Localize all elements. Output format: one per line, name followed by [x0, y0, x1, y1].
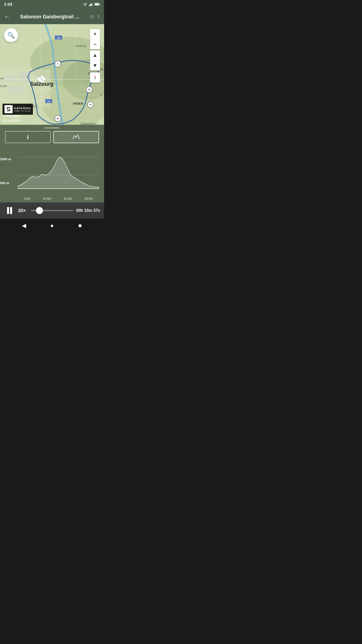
svg-text:150: 150	[47, 101, 51, 103]
svg-marker-44	[94, 75, 96, 77]
speed-slider[interactable]	[31, 210, 73, 211]
info-icon: ℹ	[27, 134, 29, 140]
km15-label: 15 km	[64, 197, 72, 200]
tilt-up-button[interactable]: ▲	[90, 50, 100, 60]
svg-text:20: 20	[57, 117, 59, 120]
km20-label: 20 km	[84, 197, 93, 200]
zoom-controls: + −	[90, 29, 100, 49]
svg-rect-14	[5, 74, 15, 82]
svg-point-0	[85, 5, 86, 6]
svg-rect-3	[91, 3, 92, 6]
info-tab-button[interactable]: ℹ	[5, 131, 51, 143]
tab-buttons: ℹ	[0, 131, 104, 143]
search-icon: 🔍	[7, 32, 15, 39]
playback-bar: 20× 00h 10m 37s	[0, 203, 104, 219]
nav-back-button[interactable]: ◀	[19, 220, 30, 231]
map-container: 158 150 5 10 15 20 Salzburg AIGEN Gaisbe…	[0, 24, 104, 125]
share-button[interactable]: ↑	[97, 13, 100, 20]
map-controls: + − ▲ ▼	[90, 29, 100, 83]
elevation-500-label: 500 m	[0, 181, 11, 185]
battery-icon	[95, 3, 100, 7]
svg-text:Glasenbach: Glasenbach	[80, 122, 97, 125]
zoom-in-button[interactable]: +	[90, 29, 100, 39]
status-icons	[83, 3, 100, 7]
nav-home-button[interactable]: ●	[47, 220, 58, 231]
favorite-button[interactable]: ☆	[89, 13, 94, 20]
page-title: Salomon Gaisbergtrail ...	[13, 14, 86, 20]
elevation-x-labels: 5 km 10 km 15 km 20 km	[18, 196, 99, 200]
mapbox-icon	[3, 119, 6, 122]
elevation-svg	[18, 147, 99, 195]
time-display: 00h 10m 37s	[76, 208, 100, 213]
tilt-controls: ▲ ▼	[90, 50, 100, 70]
map-attribution: >> RACEMAP mapbox	[3, 115, 21, 123]
mapbox-label: mapbox	[3, 118, 21, 123]
zoom-out-button[interactable]: −	[90, 39, 100, 49]
elevation-y-labels: 1000 m 500 m	[0, 147, 11, 203]
svg-point-41	[41, 80, 44, 83]
svg-rect-6	[95, 4, 99, 5]
elevation-chart: 1000 m 500 m 5 km 10 km 15 km	[0, 147, 104, 203]
svg-marker-45	[94, 77, 96, 79]
app-header: ← Salomon Gaisbergtrail ... ☆ ↑	[0, 9, 104, 24]
map-search-button[interactable]: 🔍	[4, 28, 18, 42]
pause-icon	[7, 207, 12, 214]
svg-text:15: 15	[89, 103, 92, 106]
bottom-panel: ℹ 1000 m 500 m	[0, 125, 104, 203]
salomon-s-icon	[6, 106, 11, 112]
signal-icon	[89, 3, 93, 7]
svg-text:5: 5	[57, 63, 58, 65]
status-time: 1:04	[4, 2, 12, 7]
svg-rect-7	[99, 4, 100, 5]
compass-button[interactable]	[90, 72, 100, 83]
drag-handle[interactable]	[0, 125, 104, 131]
svg-point-47	[4, 120, 5, 121]
map-background: 158 150 5 10 15 20 Salzburg AIGEN Gaisbe…	[0, 24, 104, 125]
svg-text:10: 10	[88, 88, 90, 91]
svg-text:G: G	[100, 93, 102, 96]
svg-rect-16	[8, 87, 23, 93]
speed-label: 20×	[18, 208, 28, 213]
back-button[interactable]: ←	[4, 13, 10, 20]
svg-text:W: W	[100, 67, 104, 71]
svg-rect-2	[90, 4, 91, 6]
racemap-label: >> RACEMAP	[3, 115, 21, 118]
drag-handle-bar	[44, 127, 60, 129]
elevation-svg-container: 5 km 10 km 15 km 20 km	[18, 147, 99, 195]
svg-rect-4	[92, 3, 93, 6]
salomon-logo: salomon TIME TO PLAY	[3, 104, 33, 115]
svg-text:GLAN: GLAN	[0, 85, 7, 88]
pause-button[interactable]	[4, 205, 15, 216]
speed-slider-thumb	[36, 207, 43, 214]
wifi-icon	[83, 3, 87, 7]
svg-text:AIGEN: AIGEN	[73, 102, 83, 105]
tilt-down-button[interactable]: ▼	[90, 60, 100, 70]
svg-rect-15	[18, 72, 30, 82]
salomon-tagline: TIME TO PLAY	[14, 110, 31, 112]
svg-rect-1	[89, 5, 90, 6]
svg-text:158: 158	[57, 37, 60, 39]
svg-text:Heuberg: Heuberg	[75, 44, 86, 47]
status-bar: 1:04	[0, 0, 104, 9]
header-actions: ☆ ↑	[89, 13, 100, 20]
svg-text:inik: inik	[0, 77, 4, 80]
nav-recent-button[interactable]: ■	[74, 220, 85, 231]
elevation-1000-label: 1000 m	[0, 157, 11, 161]
km5-label: 5 km	[24, 197, 30, 200]
mountain-icon	[72, 134, 80, 141]
elevation-tab-button[interactable]	[53, 131, 99, 143]
km10-label: 10 km	[43, 197, 51, 200]
nav-bar: ◀ ● ■	[0, 219, 104, 233]
